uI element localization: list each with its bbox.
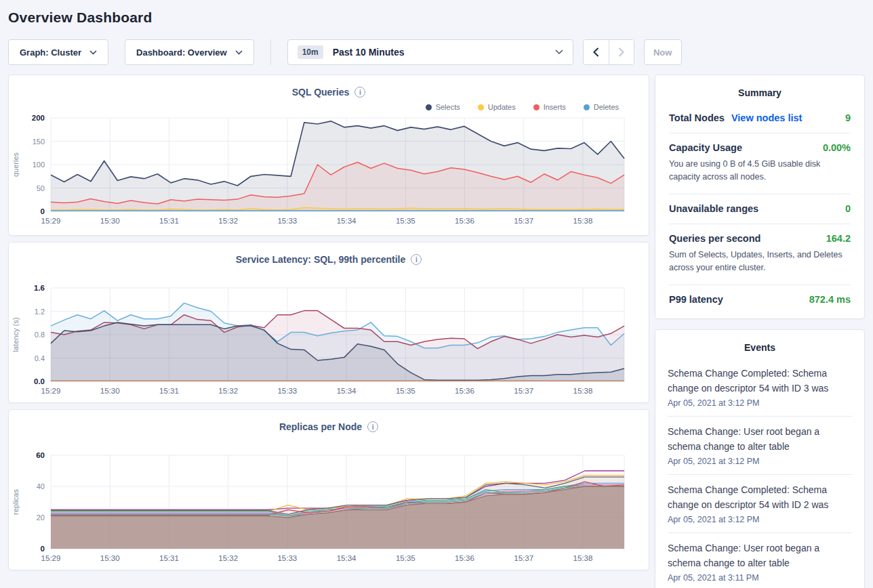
- event-text: Schema Change Completed: Schema change o…: [668, 482, 852, 512]
- info-icon[interactable]: i: [411, 254, 422, 265]
- p99-latency-label: P99 latency: [669, 294, 723, 305]
- summary-row-p99: P99 latency 872.4 ms: [669, 285, 851, 314]
- event-item: Schema Change Completed: Schema change o…: [668, 475, 852, 533]
- queries-per-second-label: Queries per second: [669, 233, 760, 244]
- legend-item-inserts[interactable]: Inserts: [533, 102, 566, 112]
- svg-text:40: 40: [37, 482, 45, 490]
- sql-queries-title: SQL Queries: [292, 87, 350, 98]
- total-nodes-value: 9: [845, 112, 851, 123]
- svg-text:15:33: 15:33: [277, 217, 297, 225]
- time-range-picker[interactable]: 10m Past 10 Minutes: [287, 39, 573, 65]
- svg-text:15:33: 15:33: [277, 387, 297, 395]
- svg-text:0.0: 0.0: [34, 377, 45, 385]
- svg-text:15:38: 15:38: [573, 554, 593, 562]
- legend-dot: [426, 104, 432, 110]
- event-item: Schema Change Completed: Schema change o…: [668, 358, 852, 417]
- legend-dot: [478, 104, 484, 110]
- service-latency-panel: Service Latency: SQL, 99th percentile i …: [8, 242, 649, 403]
- info-icon[interactable]: i: [367, 421, 378, 432]
- summary-row-unavailable: Unavailable ranges 0: [669, 194, 851, 224]
- svg-text:15:29: 15:29: [41, 217, 61, 225]
- legend-item-updates[interactable]: Updates: [478, 102, 516, 112]
- unavailable-ranges-label: Unavailable ranges: [669, 203, 758, 214]
- svg-text:15:37: 15:37: [514, 217, 533, 225]
- graph-dropdown-label: Graph: Cluster: [20, 47, 81, 58]
- controls-divider: [270, 39, 271, 65]
- svg-text:0.8: 0.8: [35, 331, 45, 339]
- main-content: SQL Queries i SelectsUpdatesInsertsDelet…: [0, 75, 873, 588]
- svg-text:15:37: 15:37: [514, 387, 533, 395]
- replicas-title: Replicas per Node: [279, 421, 362, 432]
- event-timestamp: Apr 05, 2021 at 3:12 PM: [668, 512, 852, 524]
- event-timestamp: Apr 05, 2021 at 3:11 PM: [668, 570, 852, 583]
- legend-dot: [533, 104, 540, 110]
- svg-text:replicas: replicas: [12, 489, 20, 515]
- svg-text:15:31: 15:31: [159, 554, 179, 562]
- previous-interval-button[interactable]: [584, 40, 609, 64]
- unavailable-ranges-value: 0: [845, 203, 851, 214]
- svg-text:200: 200: [32, 114, 45, 122]
- sql-queries-chart[interactable]: 05010015020015:2915:3015:3115:3215:3315:…: [9, 112, 649, 228]
- event-timestamp: Apr 05, 2021 at 3:12 PM: [668, 396, 852, 408]
- svg-text:15:30: 15:30: [100, 387, 120, 395]
- charts-column: SQL Queries i SelectsUpdatesInsertsDelet…: [8, 75, 649, 576]
- svg-text:15:29: 15:29: [41, 554, 61, 562]
- service-latency-title-row: Service Latency: SQL, 99th percentile i: [9, 243, 649, 265]
- chevron-down-icon: [235, 50, 243, 55]
- sql-queries-panel: SQL Queries i SelectsUpdatesInsertsDelet…: [8, 75, 649, 236]
- svg-text:15:36: 15:36: [455, 387, 474, 395]
- event-text: Schema Change: User root began a schema …: [668, 424, 852, 454]
- sql-queries-legend: SelectsUpdatesInsertsDeletes: [9, 98, 649, 112]
- legend-item-deletes[interactable]: Deletes: [584, 102, 619, 112]
- graph-dropdown[interactable]: Graph: Cluster: [8, 39, 108, 65]
- svg-text:15:36: 15:36: [455, 554, 474, 562]
- svg-text:15:32: 15:32: [218, 554, 238, 562]
- event-item: Schema Change: User root began a schema …: [668, 533, 852, 588]
- next-interval-button[interactable]: [609, 40, 634, 64]
- time-range-badge: 10m: [298, 45, 323, 59]
- svg-text:50: 50: [37, 184, 45, 192]
- replicas-chart[interactable]: 020406015:2915:3015:3115:3215:3315:3415:…: [9, 450, 649, 565]
- page-header: Overview Dashboard: [0, 0, 873, 30]
- time-step-buttons: [583, 39, 634, 65]
- info-icon[interactable]: i: [354, 87, 365, 98]
- svg-text:0: 0: [41, 545, 45, 553]
- svg-text:15:35: 15:35: [396, 217, 415, 225]
- svg-text:15:37: 15:37: [514, 554, 533, 562]
- service-latency-chart[interactable]: 0.00.40.81.21.615:2915:3015:3115:3215:33…: [9, 282, 649, 398]
- svg-text:15:34: 15:34: [337, 387, 357, 395]
- p99-latency-value: 872.4 ms: [809, 294, 851, 305]
- svg-text:15:32: 15:32: [218, 217, 238, 225]
- now-button[interactable]: Now: [644, 39, 682, 65]
- chevron-right-icon: [618, 47, 624, 57]
- svg-text:1.6: 1.6: [34, 284, 45, 292]
- svg-text:150: 150: [33, 138, 45, 146]
- events-title: Events: [668, 330, 852, 358]
- svg-text:0: 0: [41, 207, 45, 215]
- legend-label: Deletes: [594, 103, 619, 111]
- time-range-label: Past 10 Minutes: [333, 47, 546, 58]
- svg-text:15:30: 15:30: [100, 217, 120, 225]
- svg-text:15:34: 15:34: [337, 554, 357, 562]
- svg-text:15:33: 15:33: [277, 554, 297, 562]
- svg-text:15:32: 15:32: [218, 387, 238, 395]
- queries-per-second-description: Sum of Selects, Updates, Inserts, and De…: [669, 244, 851, 275]
- svg-text:15:38: 15:38: [573, 387, 593, 395]
- view-nodes-list-link[interactable]: View nodes list: [731, 112, 803, 123]
- svg-text:15:38: 15:38: [573, 217, 593, 225]
- summary-row-capacity: Capacity Usage 0.00% You are using 0 B o…: [669, 133, 851, 194]
- chevron-down-icon: [555, 49, 563, 55]
- svg-text:15:34: 15:34: [337, 217, 357, 225]
- svg-text:15:29: 15:29: [41, 387, 61, 395]
- summary-title: Summary: [669, 75, 851, 104]
- side-column: Summary Total Nodes View nodes list 9 Ca…: [655, 75, 865, 588]
- event-text: Schema Change Completed: Schema change o…: [668, 366, 852, 396]
- controls-bar: Graph: Cluster Dashboard: Overview 10m P…: [8, 39, 865, 65]
- page-title: Overview Dashboard: [8, 9, 865, 26]
- legend-dot: [584, 104, 590, 110]
- dashboard-dropdown[interactable]: Dashboard: Overview: [125, 39, 254, 65]
- svg-text:15:31: 15:31: [159, 387, 179, 395]
- svg-text:15:31: 15:31: [159, 217, 179, 225]
- legend-item-selects[interactable]: Selects: [426, 102, 460, 112]
- legend-label: Updates: [488, 103, 516, 111]
